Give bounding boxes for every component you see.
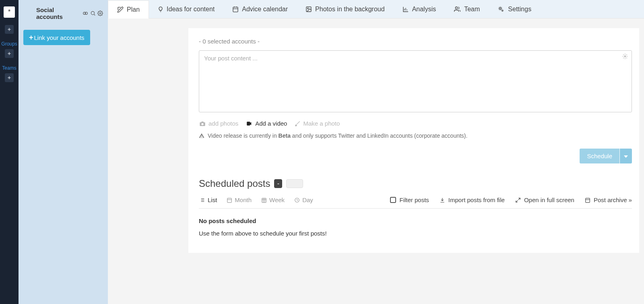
view-controls-row: List Month Week xyxy=(199,196,632,209)
sidebar-title-row: Social accounts xyxy=(23,6,103,20)
schedule-button[interactable]: Schedule xyxy=(580,149,619,163)
empty-state-subtitle: Use the form above to schedule your firs… xyxy=(199,230,632,237)
svg-point-6 xyxy=(308,8,309,9)
post-archive-link[interactable]: Post archive » xyxy=(585,196,632,203)
gear-icon xyxy=(622,54,628,59)
tab-photos[interactable]: Photos in the backgroud xyxy=(297,0,394,18)
add-video-label: Add a video xyxy=(255,120,287,127)
caret-down-icon xyxy=(624,155,628,158)
tab-label: Team xyxy=(464,6,480,13)
plus-icon xyxy=(7,51,12,56)
empty-state-title: No posts scheduled xyxy=(199,217,632,224)
list-icon xyxy=(199,197,205,203)
image-icon xyxy=(305,6,312,12)
scheduled-count-badge: - xyxy=(274,179,282,188)
svg-point-10 xyxy=(624,56,626,57)
tab-settings[interactable]: Settings xyxy=(489,0,540,18)
download-icon xyxy=(440,197,445,203)
link-icon[interactable] xyxy=(82,10,89,16)
groups-label: Groups xyxy=(1,41,17,47)
tab-label: Plan xyxy=(127,6,140,13)
users-icon xyxy=(454,6,461,12)
search-icon[interactable] xyxy=(90,10,96,16)
content-card: - 0 selected accounts - add photos xyxy=(188,28,639,253)
content-scroll: - 0 selected accounts - add photos xyxy=(108,19,644,304)
add-photos-label: add photos xyxy=(208,120,238,127)
make-photo-label: Make a photo xyxy=(303,120,340,127)
beta-notice-text: Video release is currently in Beta and o… xyxy=(208,132,467,139)
svg-point-9 xyxy=(502,10,503,11)
calendar-icon xyxy=(585,197,590,203)
add-photos-button[interactable]: add photos xyxy=(199,120,238,127)
gear-icon[interactable] xyxy=(97,10,103,16)
grid-icon xyxy=(261,197,267,203)
composer-settings-button[interactable] xyxy=(622,54,628,60)
tab-label: Advice calendar xyxy=(242,6,288,13)
camera-icon xyxy=(199,120,206,127)
post-content-input[interactable] xyxy=(199,50,632,112)
scheduled-title: Scheduled posts xyxy=(199,178,270,189)
bar-chart-icon xyxy=(402,6,409,12)
schedule-dropdown-button[interactable] xyxy=(620,149,632,163)
tab-ideas[interactable]: Ideas for content xyxy=(149,0,223,18)
link-accounts-label: Link your accounts xyxy=(34,34,85,41)
filter-posts-toggle[interactable]: Filter posts xyxy=(390,196,429,203)
tab-label: Analysis xyxy=(412,6,436,13)
top-nav: Plan Ideas for content Advice calendar P… xyxy=(108,0,644,19)
svg-rect-11 xyxy=(227,198,232,203)
view-list[interactable]: List xyxy=(199,196,217,203)
calendar-icon xyxy=(227,197,232,203)
plus-icon: + xyxy=(29,34,33,41)
add-group-button[interactable] xyxy=(5,49,14,58)
tab-team[interactable]: Team xyxy=(445,0,489,18)
expand-icon xyxy=(515,197,521,203)
beta-notice: Video release is currently in Beta and o… xyxy=(199,132,632,139)
view-week[interactable]: Week xyxy=(261,196,285,203)
svg-point-7 xyxy=(456,7,458,9)
view-month[interactable]: Month xyxy=(227,196,252,203)
lightbulb-icon xyxy=(158,6,163,12)
make-photo-button[interactable]: Make a photo xyxy=(294,120,340,127)
view-day[interactable]: Day xyxy=(294,196,313,203)
fullscreen-button[interactable]: Open in full screen xyxy=(515,196,574,203)
workspace-avatar[interactable]: * xyxy=(4,6,15,18)
import-posts-button[interactable]: Import posts from file xyxy=(440,196,505,203)
accounts-sidebar: Social accounts + Link your accounts xyxy=(19,0,108,304)
scheduled-toggle[interactable] xyxy=(286,179,303,188)
svg-rect-12 xyxy=(262,198,266,203)
svg-rect-4 xyxy=(233,7,238,12)
edit-icon xyxy=(117,6,124,13)
plus-icon xyxy=(7,75,12,80)
main-area: Plan Ideas for content Advice calendar P… xyxy=(108,0,644,304)
tab-analysis[interactable]: Analysis xyxy=(394,0,445,18)
add-video-button[interactable]: Add a video xyxy=(246,120,287,127)
left-rail: * Groups Teams xyxy=(0,0,19,304)
warning-icon xyxy=(199,133,204,139)
scheduled-header: Scheduled posts - xyxy=(199,178,632,189)
brush-icon xyxy=(294,120,301,127)
clock-icon xyxy=(294,197,300,203)
gears-icon xyxy=(497,6,505,12)
add-workspace-button[interactable] xyxy=(5,25,14,34)
media-row: add photos Add a video Make a photo xyxy=(199,120,632,127)
teams-label: Teams xyxy=(2,65,16,71)
sidebar-title: Social accounts xyxy=(36,6,80,20)
checkbox-icon xyxy=(390,197,396,203)
calendar-icon xyxy=(232,6,239,12)
plus-icon xyxy=(7,27,12,32)
svg-point-2 xyxy=(91,11,94,14)
tab-label: Ideas for content xyxy=(167,6,215,13)
link-accounts-button[interactable]: + Link your accounts xyxy=(23,30,90,45)
svg-point-3 xyxy=(99,12,101,14)
tab-advice[interactable]: Advice calendar xyxy=(223,0,297,18)
tab-label: Photos in the backgroud xyxy=(315,6,385,13)
video-icon xyxy=(246,121,253,126)
tab-plan[interactable]: Plan xyxy=(108,0,149,19)
tab-label: Settings xyxy=(508,6,531,13)
selected-accounts-text: - 0 selected accounts - xyxy=(199,38,632,45)
svg-rect-14 xyxy=(586,198,590,203)
svg-point-8 xyxy=(500,8,501,9)
add-team-button[interactable] xyxy=(5,73,14,82)
